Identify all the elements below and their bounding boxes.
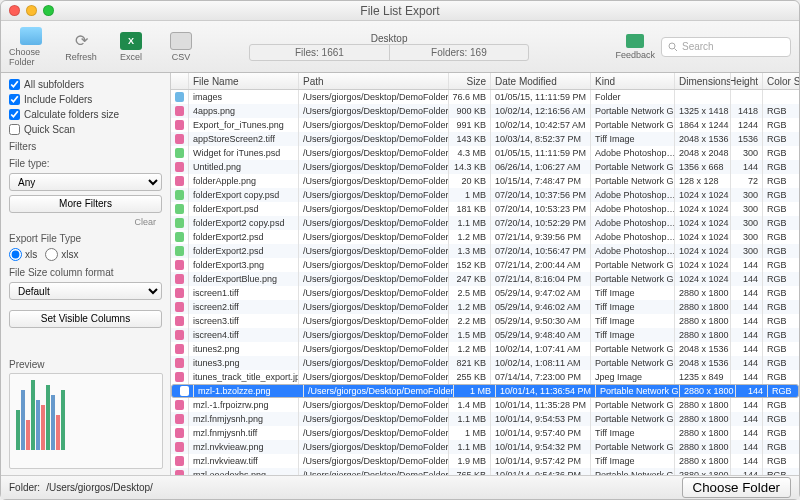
cell-filename: mzl-1.bzolzze.png bbox=[194, 385, 304, 397]
table-row[interactable]: folderExport3.png/Users/giorgos/Desktop/… bbox=[171, 258, 799, 272]
cell-dimensions: 2880 x 1800 bbox=[675, 328, 731, 342]
table-row[interactable]: iscreen3.tiff/Users/giorgos/Desktop/Demo… bbox=[171, 314, 799, 328]
table-row[interactable]: appStoreScreen2.tiff/Users/giorgos/Deskt… bbox=[171, 132, 799, 146]
calculate-sizes-checkbox[interactable]: Calculate folders size bbox=[9, 109, 162, 120]
excel-label: Excel bbox=[120, 52, 142, 62]
close-icon[interactable] bbox=[9, 5, 20, 16]
cell-size: 900 KB bbox=[449, 104, 491, 118]
refresh-button[interactable]: ⟳ Refresh bbox=[59, 25, 103, 69]
table-row[interactable]: mzl.-1.frpoizrw.png/Users/giorgos/Deskto… bbox=[171, 398, 799, 412]
table-row[interactable]: folderExport2.psd/Users/giorgos/Desktop/… bbox=[171, 244, 799, 258]
col-filename[interactable]: File Name bbox=[189, 73, 299, 89]
col-icon[interactable] bbox=[171, 73, 189, 89]
cell-height: 144 bbox=[731, 370, 763, 384]
cell-datemodified: 07/20/14, 10:53:23 PM bbox=[491, 202, 591, 216]
table-row[interactable]: folderApple.png/Users/giorgos/Desktop/De… bbox=[171, 174, 799, 188]
table-row[interactable]: folderExport2 copy.psd/Users/giorgos/Des… bbox=[171, 216, 799, 230]
col-height[interactable]: Height bbox=[731, 73, 763, 89]
col-path[interactable]: Path bbox=[299, 73, 449, 89]
cell-filename: mzl.-1.frpoizrw.png bbox=[189, 398, 299, 412]
cell-filename: 4apps.png bbox=[189, 104, 299, 118]
cell-kind: Tiff Image bbox=[591, 132, 675, 146]
cell-colorspace: RGB bbox=[763, 286, 799, 300]
table-row[interactable]: itunes_track_title_export.jpg/Users/gior… bbox=[171, 370, 799, 384]
cell-datemodified: 06/26/14, 1:06:27 AM bbox=[491, 160, 591, 174]
col-size[interactable]: Size bbox=[449, 73, 491, 89]
csv-button[interactable]: CSV bbox=[159, 25, 203, 69]
search-input[interactable]: Search bbox=[661, 37, 791, 57]
more-filters-button[interactable]: More Filters bbox=[9, 195, 162, 213]
table-row[interactable]: itunes2.png/Users/giorgos/Desktop/DemoFo… bbox=[171, 342, 799, 356]
table-row[interactable]: iscreen2.tiff/Users/giorgos/Desktop/Demo… bbox=[171, 300, 799, 314]
table-row[interactable]: 4apps.png/Users/giorgos/Desktop/DemoFold… bbox=[171, 104, 799, 118]
table-row[interactable]: mzl.fnmjysnh.png/Users/giorgos/Desktop/D… bbox=[171, 412, 799, 426]
cell-height: 144 bbox=[731, 328, 763, 342]
table-row[interactable]: mzl.oeodexhs.png/Users/giorgos/Desktop/D… bbox=[171, 468, 799, 475]
table-row[interactable]: folderExportBlue.png/Users/giorgos/Deskt… bbox=[171, 272, 799, 286]
cell-kind: Adobe Photoshop… bbox=[591, 202, 675, 216]
cell-path: /Users/giorgos/Desktop/DemoFolder/i… bbox=[299, 216, 449, 230]
cell-datemodified: 10/15/14, 7:48:47 PM bbox=[491, 174, 591, 188]
cell-height bbox=[731, 90, 763, 104]
table-row[interactable]: folderExport.psd/Users/giorgos/Desktop/D… bbox=[171, 202, 799, 216]
xlsx-radio[interactable]: xlsx bbox=[45, 248, 78, 261]
all-subfolders-checkbox[interactable]: All subfolders bbox=[9, 79, 162, 90]
cell-path: /Users/giorgos/Desktop/DemoFolder/i… bbox=[299, 258, 449, 272]
table-row[interactable]: folderExport2.psd/Users/giorgos/Desktop/… bbox=[171, 230, 799, 244]
choose-folder-button[interactable]: Choose Folder bbox=[9, 25, 53, 69]
file-icon bbox=[175, 372, 184, 382]
file-icon bbox=[175, 190, 184, 200]
table-row[interactable]: Widget for iTunes.psd/Users/giorgos/Desk… bbox=[171, 146, 799, 160]
table-row[interactable]: mzl.nvkvieaw.tiff/Users/giorgos/Desktop/… bbox=[171, 454, 799, 468]
file-type-select[interactable]: Any bbox=[9, 173, 162, 191]
file-icon bbox=[175, 260, 184, 270]
minimize-icon[interactable] bbox=[26, 5, 37, 16]
xls-radio[interactable]: xls bbox=[9, 248, 37, 261]
excel-button[interactable]: X Excel bbox=[109, 25, 153, 69]
table-row[interactable]: images/Users/giorgos/Desktop/DemoFolder/… bbox=[171, 90, 799, 104]
choose-folder-footer-button[interactable]: Choose Folder bbox=[682, 477, 791, 498]
table-row[interactable]: mzl.fnmjysnh.tiff/Users/giorgos/Desktop/… bbox=[171, 426, 799, 440]
col-colorspace[interactable]: Color Space bbox=[763, 73, 799, 89]
file-icon bbox=[175, 414, 184, 424]
cell-height: 144 bbox=[736, 385, 768, 397]
cell-dimensions: 1024 x 1024 bbox=[675, 272, 731, 286]
clear-filters[interactable]: Clear bbox=[9, 217, 162, 227]
file-icon bbox=[175, 134, 184, 144]
cell-height: 144 bbox=[731, 258, 763, 272]
table-row[interactable]: mzl-1.bzolzze.png/Users/giorgos/Desktop/… bbox=[171, 384, 799, 398]
preview-label: Preview bbox=[9, 359, 162, 370]
table-body[interactable]: images/Users/giorgos/Desktop/DemoFolder/… bbox=[171, 90, 799, 475]
cell-height: 300 bbox=[731, 146, 763, 160]
table-row[interactable]: folderExport copy.psd/Users/giorgos/Desk… bbox=[171, 188, 799, 202]
col-kind[interactable]: Kind bbox=[591, 73, 675, 89]
table-row[interactable]: Untitled.png/Users/giorgos/Desktop/DemoF… bbox=[171, 160, 799, 174]
filesize-format-select[interactable]: Default bbox=[9, 282, 162, 300]
cell-path: /Users/giorgos/Desktop/DemoFolder/i… bbox=[299, 90, 449, 104]
cell-datemodified: 10/02/14, 1:07:41 AM bbox=[491, 342, 591, 356]
table-row[interactable]: Export_for_iTunes.png/Users/giorgos/Desk… bbox=[171, 118, 799, 132]
table-row[interactable]: mzl.nvkvieaw.png/Users/giorgos/Desktop/D… bbox=[171, 440, 799, 454]
cell-datemodified: 01/05/15, 11:11:59 PM bbox=[491, 90, 591, 104]
table-row[interactable]: itunes3.png/Users/giorgos/Desktop/DemoFo… bbox=[171, 356, 799, 370]
quick-scan-checkbox[interactable]: Quick Scan bbox=[9, 124, 162, 135]
cell-height: 72 bbox=[731, 174, 763, 188]
feedback-button[interactable]: Feedback bbox=[615, 34, 655, 60]
cell-path: /Users/giorgos/Desktop/DemoFolder/i… bbox=[299, 440, 449, 454]
cell-size: 1.1 MB bbox=[449, 440, 491, 454]
cell-dimensions: 2880 x 1800 bbox=[680, 385, 736, 397]
cell-height: 144 bbox=[731, 454, 763, 468]
cell-colorspace: RGB bbox=[763, 146, 799, 160]
table-row[interactable]: iscreen4.tiff/Users/giorgos/Desktop/Demo… bbox=[171, 328, 799, 342]
col-dimensions[interactable]: Dimensions bbox=[675, 73, 731, 89]
file-icon bbox=[175, 120, 184, 130]
cell-dimensions: 2880 x 1800 bbox=[675, 426, 731, 440]
zoom-icon[interactable] bbox=[43, 5, 54, 16]
include-folders-checkbox[interactable]: Include Folders bbox=[9, 94, 162, 105]
cell-height: 300 bbox=[731, 244, 763, 258]
traffic-lights bbox=[9, 5, 54, 16]
cell-kind: Jpeg Image bbox=[591, 370, 675, 384]
table-row[interactable]: iscreen1.tiff/Users/giorgos/Desktop/Demo… bbox=[171, 286, 799, 300]
col-datemodified[interactable]: Date Modified bbox=[491, 73, 591, 89]
set-visible-columns-button[interactable]: Set Visible Columns bbox=[9, 310, 162, 328]
